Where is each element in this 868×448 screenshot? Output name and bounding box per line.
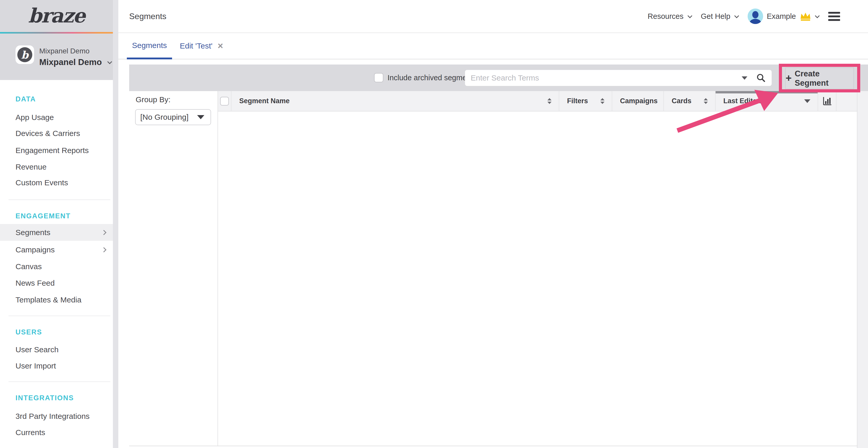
workspace-icon-letter: b	[17, 47, 32, 62]
avatar	[748, 8, 763, 24]
segments-toolbar: Include archived segments + Create Segme…	[129, 65, 868, 91]
sidebar-item-canvas[interactable]: Canvas	[0, 260, 113, 274]
sort-desc-icon	[804, 99, 810, 103]
page-title: Segments	[129, 0, 166, 33]
chevron-down-icon	[687, 13, 692, 18]
sidebar-item-devices-carriers[interactable]: Devices & Carriers	[0, 126, 113, 141]
chevron-right-icon	[101, 230, 106, 235]
braze-dashboard: braze b Mixpanel Demo Mixpanel Demo DATA…	[0, 0, 868, 448]
column-header-segment-name[interactable]: Segment Name	[231, 91, 559, 111]
column-header-filters[interactable]: Filters	[559, 91, 612, 111]
sidebar-section-data: DATA	[0, 92, 113, 106]
select-all-checkbox[interactable]	[220, 97, 229, 106]
avatar-person-icon	[752, 11, 758, 18]
group-by-select[interactable]: [No Grouping]	[135, 109, 211, 125]
workspace-switcher[interactable]: Mixpanel Demo	[39, 57, 111, 67]
sidebar-gutter	[113, 0, 118, 448]
search-dropdown-caret-icon[interactable]	[742, 76, 747, 80]
column-header-campaigns[interactable]: Campaigns	[612, 91, 664, 111]
tab-bar: Segments Edit 'Test' ×	[118, 33, 868, 59]
include-archived-checkbox[interactable]	[374, 73, 383, 82]
close-icon[interactable]: ×	[218, 41, 223, 50]
tab-edit-test[interactable]: Edit 'Test' ×	[180, 33, 223, 59]
active-sort-bar	[716, 91, 817, 94]
sidebar-item-app-usage[interactable]: App Usage	[0, 110, 113, 125]
table-right-margin	[857, 91, 868, 448]
tab-segments[interactable]: Segments	[127, 33, 172, 59]
search-box	[465, 70, 772, 86]
sidebar-divider	[8, 381, 110, 382]
get-help-menu[interactable]: Get Help	[701, 12, 738, 21]
chevron-down-icon	[815, 13, 819, 18]
plus-icon: +	[785, 73, 792, 83]
group-by-panel: Group By: [No Grouping]	[118, 91, 218, 446]
column-header-last-edited[interactable]: Last Edited	[716, 91, 818, 111]
group-by-label: Group By:	[135, 95, 170, 104]
create-segment-button[interactable]: + Create Segment	[785, 68, 854, 89]
sidebar-section-integrations: INTEGRATIONS	[0, 391, 113, 405]
sidebar-divider	[8, 200, 110, 200]
sidebar-item-3rd-party-integrations[interactable]: 3rd Party Integrations	[0, 409, 113, 423]
sidebar-item-user-search[interactable]: User Search	[0, 342, 113, 357]
top-header: Segments Resources Get Help Example	[118, 0, 868, 33]
sidebar-item-segments[interactable]: Segments	[0, 224, 113, 241]
workspace-org-label: Mixpanel Demo	[39, 47, 90, 55]
sort-icon	[704, 98, 708, 104]
sort-icon	[548, 98, 552, 104]
sidebar-section-users: USERS	[0, 325, 113, 339]
search-icon[interactable]	[756, 73, 766, 83]
sidebar-item-currents[interactable]: Currents	[0, 425, 113, 440]
header-actions: Resources Get Help Example	[648, 0, 840, 33]
group-by-value: [No Grouping]	[140, 113, 189, 122]
account-menu[interactable]: Example	[748, 8, 818, 24]
resources-menu[interactable]: Resources	[648, 12, 691, 21]
sort-icon	[600, 98, 604, 104]
chevron-down-icon	[735, 13, 739, 18]
segments-table-header: Segment Name Filters Campaigns Cards Las…	[218, 91, 857, 111]
content-bottom-border	[129, 446, 857, 446]
sidebar-divider	[8, 316, 110, 316]
sidebar-item-revenue[interactable]: Revenue	[0, 160, 113, 174]
sidebar-item-campaigns[interactable]: Campaigns	[0, 243, 113, 257]
sidebar-item-news-feed[interactable]: News Feed	[0, 276, 113, 290]
sidebar-item-user-import[interactable]: User Import	[0, 359, 113, 373]
braze-logo: braze	[0, 4, 113, 27]
sidebar-section-engagement: ENGAGEMENT	[0, 209, 113, 223]
main-area: Segments Resources Get Help Example	[118, 0, 868, 448]
chevron-down-icon	[107, 59, 112, 64]
sidebar: braze b Mixpanel Demo Mixpanel Demo DATA…	[0, 0, 113, 448]
sidebar-item-templates-media[interactable]: Templates & Media	[0, 292, 113, 307]
brand-gradient-bar	[0, 32, 113, 34]
hamburger-menu-icon[interactable]	[828, 12, 840, 21]
column-header-cards[interactable]: Cards	[664, 91, 716, 111]
column-header-spacer	[836, 91, 857, 111]
search-input[interactable]	[465, 70, 742, 85]
chevron-down-icon	[197, 115, 204, 119]
column-header-analytics[interactable]	[818, 91, 836, 111]
crown-icon	[800, 12, 811, 21]
sidebar-header: braze b Mixpanel Demo Mixpanel Demo	[0, 0, 113, 80]
account-name: Example	[767, 12, 796, 21]
sidebar-item-custom-events[interactable]: Custom Events	[0, 175, 113, 190]
sidebar-item-engagement-reports[interactable]: Engagement Reports	[0, 143, 113, 158]
select-all-cell	[218, 91, 231, 111]
include-archived-label: Include archived segments	[388, 65, 476, 91]
chevron-right-icon	[101, 247, 106, 252]
workspace-icon[interactable]: b	[16, 45, 34, 64]
workspace-name: Mixpanel Demo	[39, 57, 102, 67]
bar-chart-icon	[822, 96, 833, 107]
